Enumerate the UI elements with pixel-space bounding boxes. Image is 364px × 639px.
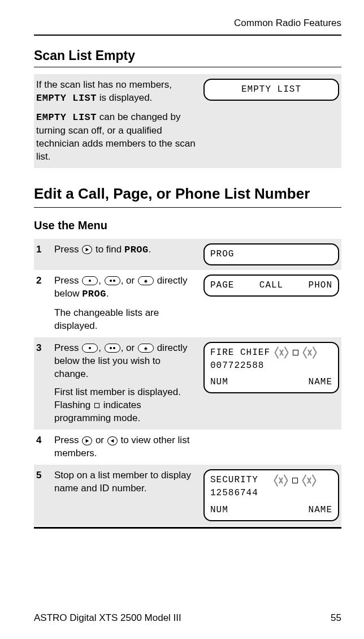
step-subtext: First list member is displayed. Flashing… — [54, 386, 196, 425]
softkey-one-dot-icon — [82, 344, 98, 353]
softkey-three-dot-icon: ♠ — [138, 276, 154, 285]
code-prog: PROG — [82, 289, 106, 299]
code-prog: PROG — [124, 245, 149, 255]
text: Press — [54, 435, 81, 445]
display-softkey: NUM — [210, 376, 228, 389]
display-text: CALL — [259, 279, 283, 292]
header-rule — [34, 35, 341, 36]
step-subtext: The changeable lists are displayed. — [54, 307, 196, 333]
footer-model: ASTRO Digital XTS 2500 Model III — [34, 612, 181, 625]
code-empty-list: EMPTY LIST — [36, 112, 97, 123]
display-id: 12586744 — [210, 487, 258, 500]
text: . — [149, 244, 151, 255]
step-text: Press to find PROG. — [54, 243, 196, 257]
text: If the scan list has no members, — [36, 79, 172, 90]
flash-rays-icon — [301, 475, 317, 486]
text: , — [98, 342, 103, 353]
flash-rays-icon — [302, 348, 318, 358]
nav-right-icon — [82, 245, 92, 254]
step-number: 3 — [36, 342, 46, 355]
text: , or — [121, 275, 137, 286]
svg-marker-0 — [86, 248, 89, 251]
display-softkey: NAME — [309, 376, 332, 389]
flashing-box-icon — [293, 350, 298, 355]
end-rule — [34, 527, 341, 529]
step-text: Stop on a list member to display name an… — [54, 469, 196, 495]
display-text: PHON — [309, 279, 332, 292]
softkey-two-dot-icon — [105, 344, 120, 353]
flashing-box-icon — [94, 403, 99, 408]
scan-empty-para2: EMPTY LIST can be changed by turning sca… — [36, 111, 196, 164]
scan-empty-block: If the scan list has no members, EMPTY L… — [34, 74, 341, 168]
display-id: 007722588 — [210, 359, 264, 372]
step-row: 5 Stop on a list member to display name … — [34, 465, 341, 526]
text: to find — [93, 244, 124, 255]
step-number: 1 — [36, 243, 46, 256]
display-text: PAGE — [210, 279, 234, 292]
step-row: 1 Press to find PROG. PROG — [34, 239, 341, 270]
display-name: FIRE CHIEF — [210, 346, 270, 359]
radio-display-lists: PAGE CALL PHON — [203, 275, 339, 297]
text: . — [106, 288, 109, 299]
text: Press — [54, 342, 81, 353]
text: , or — [121, 342, 137, 353]
softkey-one-dot-icon — [82, 276, 98, 285]
flash-rays-icon — [273, 475, 289, 486]
display-text: PROG — [210, 248, 234, 261]
step-text: Press , , or ♠ directly below PROG. — [54, 275, 196, 301]
radio-display-empty-list: EMPTY LIST — [203, 79, 339, 101]
footer-page-number: 55 — [331, 612, 341, 625]
scan-empty-para1: If the scan list has no members, EMPTY L… — [36, 79, 196, 105]
svg-marker-2 — [111, 439, 114, 443]
softkey-two-dot-icon — [105, 276, 120, 285]
section-title-scan-list-empty: Scan List Empty — [34, 47, 341, 67]
text: or — [93, 435, 107, 445]
flashing-box-icon — [292, 478, 298, 483]
radio-display-prog: PROG — [203, 243, 339, 265]
nav-left-icon — [107, 436, 118, 445]
section-title-edit-list: Edit a Call, Page, or Phone List Number — [34, 184, 341, 208]
flash-rays-icon — [274, 348, 289, 358]
step-number: 5 — [36, 469, 46, 482]
display-name: SECURITY — [210, 474, 258, 487]
text: Press — [54, 275, 81, 286]
page-footer: ASTRO Digital XTS 2500 Model III 55 — [34, 612, 341, 625]
step-row: 4 Press or to view other list members. — [34, 430, 341, 465]
text: , — [98, 275, 103, 286]
display-softkey: NUM — [210, 504, 228, 517]
subsection-use-the-menu: Use the Menu — [34, 218, 341, 233]
step-row: 3 Press , , or ♠ directly below the list… — [34, 337, 341, 430]
chapter-header: Common Radio Features — [34, 17, 341, 30]
text: is displayed. — [97, 92, 152, 103]
step-number: 4 — [36, 434, 46, 447]
text: Press — [54, 244, 81, 255]
display-softkey: NAME — [309, 504, 332, 517]
step-text: Press or to view other list members. — [54, 434, 196, 460]
step-number: 2 — [36, 275, 46, 288]
code-empty-list: EMPTY LIST — [36, 93, 97, 104]
radio-display-fire-chief: FIRE CHIEF 007722588 NUM NAME — [203, 342, 339, 394]
svg-marker-1 — [86, 439, 89, 443]
step-row: 2 Press , , or ♠ directly below PROG. Th… — [34, 270, 341, 337]
softkey-three-dot-icon: ♠ — [138, 344, 154, 353]
radio-display-security: SECURITY 12586744 NUM NAME — [203, 469, 339, 521]
nav-right-icon — [82, 436, 92, 445]
step-text: Press , , or ♠ directly below the list y… — [54, 342, 196, 381]
